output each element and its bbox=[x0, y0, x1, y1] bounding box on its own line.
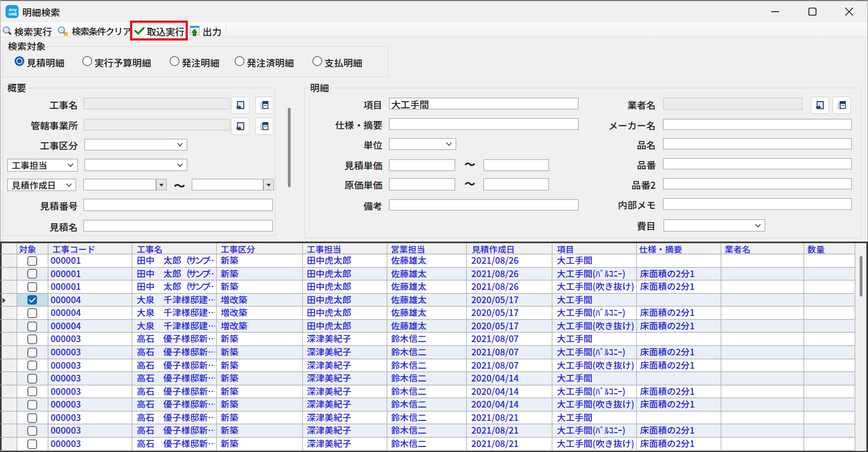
svg-text:ONE: ONE bbox=[8, 12, 17, 17]
